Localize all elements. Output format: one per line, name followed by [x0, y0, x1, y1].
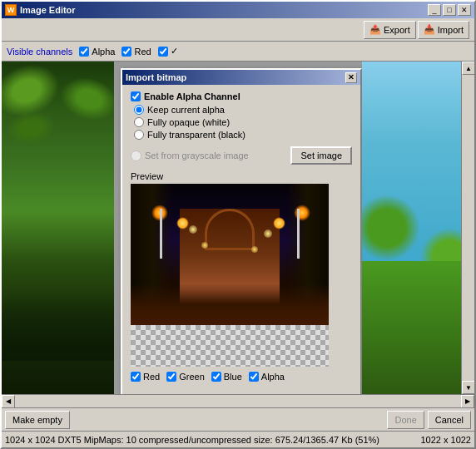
scroll-right-button[interactable]: ▶: [461, 395, 474, 408]
toolbar: 📤 Export 📥 Import: [2, 18, 474, 42]
scrollbar-track: [462, 75, 474, 381]
leaf-shadow: [2, 294, 114, 361]
center-panel: Import bitmap ✕ Enable Alpha Channel K: [114, 62, 362, 394]
export-button[interactable]: 📤 Export: [364, 21, 416, 39]
fully-opaque-radio[interactable]: [134, 117, 144, 127]
night-light-glow-3: [176, 217, 189, 229]
red-channel-checkbox[interactable]: Red: [121, 47, 151, 57]
grayscale-label: Set from grayscale image: [145, 150, 249, 160]
make-empty-button[interactable]: Make empty: [5, 411, 70, 429]
dialog-title-bar: Import bitmap ✕: [122, 70, 360, 85]
channels-label: Visible channels: [7, 47, 72, 57]
green-preview-checkbox[interactable]: Green: [166, 372, 205, 382]
night-lamp-post-2: [297, 209, 300, 259]
grayscale-radio-group: Set from grayscale image: [131, 150, 249, 161]
fully-transparent-radio[interactable]: [134, 130, 144, 140]
light-small-2: [264, 229, 272, 238]
scroll-down-button[interactable]: ▼: [462, 381, 474, 394]
preview-label: Preview: [131, 171, 352, 181]
light-small-1: [189, 225, 197, 234]
status-text-left: 1024 x 1024 DXT5 MipMaps: 10 compressed/…: [5, 435, 417, 445]
alpha-options-group: Keep current alpha Fully opaque (white) …: [134, 105, 352, 140]
horizontal-scrollbar: ◀ ▶: [2, 394, 474, 407]
export-icon: 📤: [369, 24, 381, 35]
channels-bar: Visible channels Alpha Red ✓: [2, 42, 474, 62]
scroll-left-button[interactable]: ◀: [2, 395, 15, 408]
enable-alpha-label: Enable Alpha Channel: [144, 91, 240, 101]
night-lamp-post-1: [160, 209, 162, 259]
alpha-preview-checkbox[interactable]: Alpha: [249, 372, 285, 382]
fully-transparent-label: Fully transparent (black): [147, 130, 245, 140]
preview-image: [131, 184, 329, 367]
vertical-scrollbar: ▲ ▼: [461, 62, 474, 394]
channel-checkboxes: Red Green Blue Alpha: [131, 372, 352, 382]
cancel-button[interactable]: Cancel: [428, 411, 471, 429]
window-title: Image Editor: [20, 5, 428, 15]
right-image-panel: ▲ ▼: [362, 62, 474, 394]
alpha-channel-checkbox[interactable]: Alpha: [79, 47, 115, 57]
keep-alpha-label: Keep current alpha: [147, 105, 225, 115]
status-bar: 1024 x 1024 DXT5 MipMaps: 10 compressed/…: [2, 431, 474, 447]
dialog-close-button[interactable]: ✕: [345, 72, 357, 83]
fully-transparent-row: Fully transparent (black): [134, 130, 352, 140]
status-text-right: 1022 x 1022: [420, 435, 471, 445]
night-light-glow-2: [294, 205, 310, 221]
light-small-3: [201, 242, 208, 249]
dialog-body: Enable Alpha Channel Keep current alpha …: [122, 85, 360, 394]
import-dialog: Import bitmap ✕ Enable Alpha Channel K: [121, 68, 362, 394]
tree-right-1: [362, 190, 425, 267]
red-preview-checkbox[interactable]: Red: [131, 372, 160, 382]
third-channel-checkbox[interactable]: ✓: [158, 46, 178, 57]
bottom-bar: Make empty Done Cancel: [2, 407, 474, 431]
app-icon: W: [5, 4, 17, 16]
enable-alpha-row: Enable Alpha Channel: [131, 91, 352, 101]
maximize-button[interactable]: □: [443, 4, 456, 16]
ground: [362, 261, 474, 394]
scroll-up-button[interactable]: ▲: [462, 62, 474, 75]
set-from-grayscale-row: Set from grayscale image Set image: [131, 146, 352, 165]
left-image: [2, 62, 114, 394]
content-area: Import bitmap ✕ Enable Alpha Channel K: [2, 62, 474, 394]
fully-opaque-label: Fully opaque (white): [147, 117, 230, 127]
import-icon: 📥: [424, 24, 435, 35]
dialog-title-text: Import bitmap: [126, 72, 186, 82]
night-reflection: [131, 284, 329, 325]
light-small-4: [251, 246, 258, 253]
horizontal-scrollbar-track: [15, 395, 461, 408]
minimize-button[interactable]: _: [428, 4, 441, 16]
blue-preview-checkbox[interactable]: Blue: [211, 372, 242, 382]
left-image-panel: [2, 62, 114, 394]
main-window: W Image Editor _ □ ✕ 📤 Export 📥 Import V…: [0, 0, 476, 449]
grayscale-radio: [131, 150, 141, 161]
title-bar-buttons: _ □ ✕: [428, 4, 471, 16]
keep-alpha-row: Keep current alpha: [134, 105, 352, 115]
preview-section: Preview: [131, 171, 352, 367]
night-light-glow-4: [273, 217, 285, 229]
title-bar: W Image Editor _ □ ✕: [2, 2, 474, 18]
enable-alpha-checkbox[interactable]: [131, 91, 141, 101]
done-button[interactable]: Done: [387, 411, 424, 429]
set-image-button[interactable]: Set image: [290, 146, 352, 165]
import-button[interactable]: 📥 Import: [418, 21, 469, 39]
fully-opaque-row: Fully opaque (white): [134, 117, 352, 127]
night-scene: [131, 184, 329, 325]
right-image: [362, 62, 474, 394]
preview-transparent-area: [131, 325, 329, 367]
close-button[interactable]: ✕: [458, 4, 471, 16]
keep-alpha-radio[interactable]: [134, 105, 144, 115]
